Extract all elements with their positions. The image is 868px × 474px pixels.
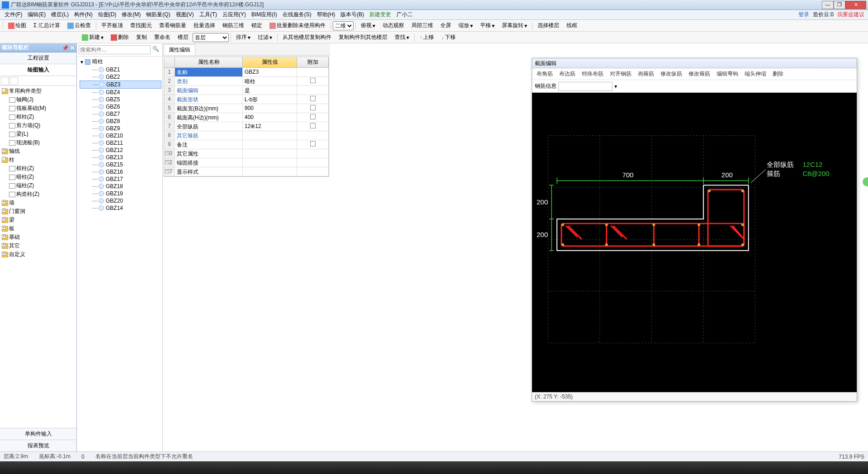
menu-help[interactable]: 帮助(H) xyxy=(314,10,338,19)
menu-tool[interactable]: 工具(T) xyxy=(197,10,220,19)
component-item[interactable]: —GBZ3 xyxy=(80,81,161,89)
component-item[interactable]: —GBZ17 xyxy=(80,175,161,183)
tb-view-rebar[interactable]: 查看钢筋量 xyxy=(156,20,189,31)
component-item[interactable]: —GBZ20 xyxy=(80,197,161,204)
menu-floor[interactable]: 楼层(L) xyxy=(48,10,71,19)
tree-node[interactable]: 轴网(J) xyxy=(1,95,75,104)
tree-node[interactable]: 构造柱(Z) xyxy=(1,190,75,199)
component-item[interactable]: —GBZ4 xyxy=(80,89,161,96)
tb-copy[interactable]: 复制 xyxy=(133,32,150,43)
component-item[interactable]: —GBZ7 xyxy=(80,110,161,118)
property-row[interactable]: 9备注 xyxy=(164,140,329,149)
property-row[interactable]: 1名称GBZ3 xyxy=(164,68,329,77)
component-root[interactable]: ▾暗柱 xyxy=(80,57,161,66)
close-button[interactable]: ✕ xyxy=(845,1,866,9)
component-item[interactable]: —GBZ12 xyxy=(80,147,161,154)
component-item[interactable]: —GBZ13 xyxy=(80,154,161,161)
tb-cloud-check[interactable]: 云检查 xyxy=(64,20,94,31)
tree-node[interactable]: 框柱(Z) xyxy=(1,164,75,173)
property-row[interactable]: 2类别暗柱 xyxy=(164,77,329,86)
tb-draw[interactable]: 绘图 xyxy=(5,20,29,31)
se-special[interactable]: 特殊布筋 xyxy=(580,69,605,79)
tb-rebar-3d[interactable]: 钢筋三维 xyxy=(219,20,247,31)
tb-filter[interactable]: 过滤 ▾ xyxy=(255,32,275,43)
property-row[interactable]: 37+显示样式 xyxy=(164,167,329,176)
component-item[interactable]: —GBZ18 xyxy=(80,183,161,190)
tb-lock[interactable]: 锁定 xyxy=(248,20,265,31)
component-item[interactable]: —GBZ6 xyxy=(80,103,161,110)
nav-report-preview[interactable]: 报表预览 xyxy=(0,440,76,451)
pin-icon[interactable]: 📌 ✕ xyxy=(62,45,75,51)
nav-tree[interactable]: -常用构件类型轴网(J)筏板基础(M)框柱(Z)剪力墙(Q)梁(L)现浇板(B)… xyxy=(0,86,76,428)
search-input[interactable] xyxy=(79,45,151,54)
tb-batch-select[interactable]: 批量选择 xyxy=(190,20,218,31)
se-end-ext[interactable]: 端头伸缩 xyxy=(743,69,768,79)
se-align[interactable]: 对齐钢筋 xyxy=(608,69,633,79)
tb-fullscreen[interactable]: 全屏 xyxy=(437,20,454,31)
nav-btn-1[interactable] xyxy=(1,77,9,85)
component-item[interactable]: —GBZ11 xyxy=(80,139,161,147)
tree-node[interactable]: 梁(L) xyxy=(1,130,75,138)
component-item[interactable]: —GBZ9 xyxy=(80,125,161,132)
property-row[interactable]: 22+锚固搭接 xyxy=(164,158,329,167)
menu-bim[interactable]: BIM应用(I) xyxy=(249,10,280,19)
menu-online[interactable]: 在线服务(S) xyxy=(280,10,314,19)
tb-copy-to-floor[interactable]: 复制构件到其他楼层 xyxy=(335,32,391,43)
tree-node[interactable]: -柱 xyxy=(1,156,75,164)
tb-delete[interactable]: 删除 xyxy=(108,32,132,43)
component-item[interactable]: —GBZ2 xyxy=(80,73,161,81)
menu-version[interactable]: 版本号(B) xyxy=(338,10,367,19)
component-item[interactable]: —GBZ19 xyxy=(80,190,161,197)
tree-node[interactable]: 剪力墙(Q) xyxy=(1,121,75,130)
component-item[interactable]: —GBZ14 xyxy=(80,204,161,212)
tree-node[interactable]: 现浇板(B) xyxy=(1,138,75,147)
login-link[interactable]: 登录 xyxy=(797,11,811,19)
tree-node[interactable]: 端柱(Z) xyxy=(1,181,75,190)
tb-wireframe[interactable]: 线框 xyxy=(563,20,580,31)
se-mod-stir[interactable]: 修改箍筋 xyxy=(687,69,712,79)
tb-zoom[interactable]: 缩放 ▾ xyxy=(455,20,476,31)
component-item[interactable]: —GBZ16 xyxy=(80,168,161,175)
rebar-info-input[interactable] xyxy=(558,82,613,91)
tb-move-up[interactable]: ↑ 上移 xyxy=(416,32,437,43)
se-delete[interactable]: 删除 xyxy=(771,69,785,79)
property-row[interactable]: 7全部纵筋12⊕12 xyxy=(164,122,329,131)
tb-top-view[interactable]: 俯视 ▾ xyxy=(358,20,378,31)
tree-node[interactable]: +其它 xyxy=(1,242,75,250)
tb-copy-from-floor[interactable]: 从其他楼层复制构件 xyxy=(279,32,335,43)
se-stirrup[interactable]: 画箍筋 xyxy=(636,69,656,79)
property-row[interactable]: 4截面形状L-b形 xyxy=(164,95,329,104)
menu-cloud[interactable]: 云应用(Y) xyxy=(220,10,249,19)
component-item[interactable]: —GBZ15 xyxy=(80,161,161,168)
tb-sum[interactable]: Σ 汇总计算 xyxy=(30,20,63,31)
tb-dynamic-view[interactable]: 动态观察 xyxy=(379,20,407,31)
menu-user[interactable]: 广小二 xyxy=(394,10,415,19)
nav-btn-2[interactable] xyxy=(10,77,18,85)
component-item[interactable]: —GBZ5 xyxy=(80,96,161,103)
tree-node[interactable]: +轴线 xyxy=(1,147,75,156)
tb-align-slab[interactable]: 平齐板顶 xyxy=(98,20,126,31)
tb-rename[interactable]: 重命名 xyxy=(151,32,174,43)
menu-file[interactable]: 文件(F) xyxy=(2,10,25,19)
menu-edit[interactable]: 编辑(E) xyxy=(25,10,48,19)
tb-find[interactable]: 查找 ▾ xyxy=(392,32,412,43)
minimize-button[interactable]: — xyxy=(822,1,834,9)
component-item[interactable]: —GBZ8 xyxy=(80,118,161,125)
tree-node[interactable]: +板 xyxy=(1,224,75,233)
se-mod-long[interactable]: 修改纵筋 xyxy=(659,69,684,79)
floor-select[interactable]: 首层 xyxy=(193,33,229,42)
tb-rotate-screen[interactable]: 屏幕旋转 ▾ xyxy=(499,20,530,31)
tree-node[interactable]: -常用构件类型 xyxy=(1,87,75,95)
tree-node[interactable]: +门窗洞 xyxy=(1,207,75,216)
tb-find-element[interactable]: 查找图元 xyxy=(127,20,155,31)
tb-select-floor[interactable]: 选择楼层 xyxy=(534,20,562,31)
menu-new-change[interactable]: 新建变更 xyxy=(367,10,394,19)
property-row[interactable]: 6截面高(H边)(mm)400 xyxy=(164,113,329,122)
tree-node[interactable]: +基础 xyxy=(1,233,75,242)
tb-batch-delete[interactable]: 批量删除未使用构件 xyxy=(266,20,329,31)
dropdown-icon[interactable]: ▾ xyxy=(614,83,617,90)
nav-single-input[interactable]: 单构件输入 xyxy=(0,428,76,440)
property-row[interactable]: 5截面宽(B边)(mm)900 xyxy=(164,104,329,113)
se-edit-hook[interactable]: 编辑弯钩 xyxy=(715,69,740,79)
suggest-link[interactable]: 我要提建议 xyxy=(835,11,866,19)
